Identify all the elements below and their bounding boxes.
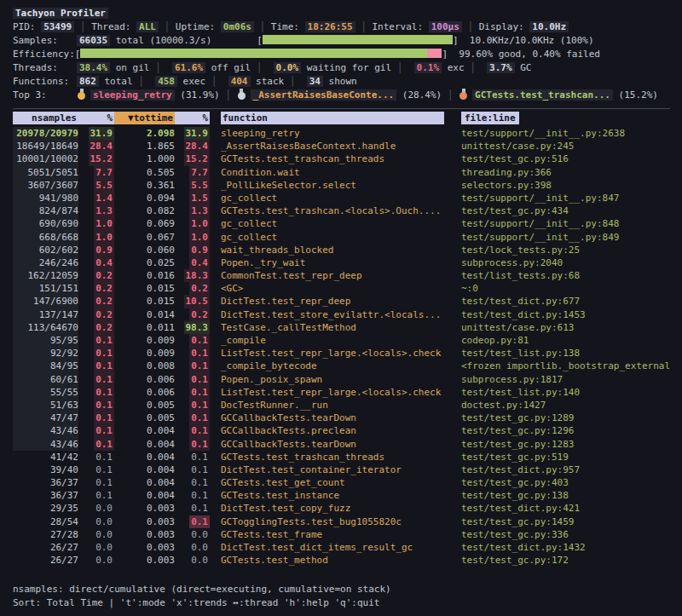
table-row[interactable]: 36/370.10.0040.1GCTests.test_instancetes… [13,489,670,502]
col-header-pct2[interactable]: % [175,112,210,125]
samples-line: Samples:66035 total (10000.3/s) [] 10.0K… [13,34,670,48]
thread-stat-value: 0.1% [414,62,442,73]
table-row[interactable]: 690/6901.00.0691.0gc_collecttest/support… [13,217,670,230]
cell-nsamples: 137/147 [13,308,78,321]
pct-value: 0.1 [189,515,210,528]
table-row[interactable]: 51/630.10.0050.1DocTestRunner.__rundocte… [13,399,670,412]
cell-fileline: test/test_dict.py:677 [459,295,670,308]
cell-pct-cumulative: 0.1 [175,489,210,502]
cell-fileline: test/test_dict.py:1432 [459,541,670,554]
cell-nsamples: 26/27 [13,554,78,567]
col-header-label-sorted: ▼tottime [114,112,175,124]
pct-value: 0.1 [94,347,114,360]
gold-medal-icon [77,89,86,100]
cell-fileline: test/test_gc.py:519 [459,451,670,463]
table-row[interactable]: 246/2460.40.0250.4Popen._try_waitsubproc… [13,256,670,269]
cell-tottime: 0.361 [114,179,175,192]
pct-value: 0.0 [94,541,114,554]
cell-pct-cumulative: 28.4 [175,140,210,153]
table-row[interactable]: 55/550.10.0060.1ListTest.test_repr_large… [13,386,670,399]
table-row[interactable]: 26/270.00.0030.0GCTests.test_methodtest/… [13,554,670,567]
cell-nsamples: 28/54 [13,515,78,528]
table-row[interactable]: 43/460.10.0040.1GCCallbackTests.preclean… [13,424,670,437]
table-row[interactable]: 43/460.10.0040.1GCCallbackTests.tearDown… [13,438,670,451]
col-header-nsamples[interactable]: nsamples [13,112,78,125]
table-row[interactable]: 824/8741.30.0821.3GCTests.test_trashcan.… [13,204,670,217]
thread-stat-value: 3.7% [487,62,515,73]
table-row[interactable]: 162/120590.20.01618.3CommonTest.test_rep… [13,269,670,282]
pct-value: 0.9 [189,244,210,256]
table-row[interactable]: 41/420.10.0040.1GCTests.test_trashcan_th… [13,451,670,463]
table-row[interactable]: 92/920.10.0090.1ListTest.test_repr_large… [13,347,670,360]
table-row[interactable]: 36/370.10.0040.1GCTests.test_get_countte… [13,476,670,489]
pct-value: 0.0 [189,541,210,554]
top3-function-name[interactable]: sleeping_retry [90,89,175,101]
cell-nsamples: 26/27 [13,541,78,554]
cell-fileline: test/test_dict.py:421 [459,502,670,515]
table-row[interactable]: 668/6681.00.0671.0gc_collecttest/support… [13,231,670,244]
table-row[interactable]: 941/9801.40.0941.5gc_collecttest/support… [13,192,670,204]
efficiency-label: Efficiency: [13,49,75,60]
cell-tottime: 0.009 [114,347,175,360]
col-header-fileline[interactable]: file:line [459,112,670,125]
cell-pct-cumulative: 0.1 [175,502,210,515]
cell-fileline: test/test_list.py:138 [459,347,670,360]
cell-pct-direct: 0.0 [78,541,114,554]
top3-function-pct: (15.2%) [613,89,658,101]
function-stat-value: 862 [77,76,99,87]
cell-tottime: 0.094 [114,192,175,204]
table-row[interactable]: 84/950.10.0080.1_compile_bytecode<frozen… [13,360,670,372]
table-row[interactable]: 147/69000.20.01510.5DictTest.test_repr_d… [13,295,670,308]
cell-fileline: unittest/case.py:245 [459,140,670,153]
separator: │ [355,21,373,32]
table-row[interactable]: 18649/1864928.41.86528.4_AssertRaisesBas… [13,140,670,153]
spacer [459,35,470,46]
cell-nsamples: 18649/18649 [13,140,78,153]
table-row[interactable]: 27/280.00.0030.0GCTests.test_frametest/t… [13,528,670,541]
table-row[interactable]: 113/646700.20.01198.3TestCase._callTestM… [13,321,670,334]
cell-tottime: 0.060 [114,244,175,256]
cell-fileline: test/test_gc.py:336 [459,528,670,541]
pct-value: 0.1 [94,438,114,451]
cell-pct-direct: 0.0 [78,554,114,567]
cell-function: Condition.wait [210,166,459,179]
table-row[interactable]: 47/470.10.0050.1GCCallbackTests.tearDown… [13,412,670,424]
top3-function-name[interactable]: GCTests.test_trashcan... [472,89,613,101]
efficiency-summary: 99.60% good, 0.40% failed [459,49,600,60]
pct-value: 1.4 [94,192,114,204]
table-row[interactable]: 95/950.10.0090.1_compilecodeop.py:81 [13,334,670,347]
table-row[interactable]: 39/400.10.0040.1DictTest.test_container_… [13,463,670,476]
table-row[interactable]: 602/6020.90.0600.9wait_threads_blockedte… [13,244,670,256]
table-row[interactable]: 10001/1000215.21.00015.2GCTests.test_tra… [13,153,670,165]
cell-function: _AssertRaisesBaseContext.handle [210,140,459,153]
cell-pct-direct: 0.1 [78,489,114,502]
table-row[interactable]: 20978/2097931.92.09831.9sleeping_retryte… [13,127,670,140]
table-row[interactable]: 137/1470.20.0140.2DictTest.test_store_ev… [13,308,670,321]
table-row[interactable]: 5051/50517.70.5057.7Condition.waitthread… [13,166,670,179]
cell-tottime: 0.082 [114,204,175,217]
app-title: Tachyon Profiler [13,8,108,19]
top3-function-name[interactable]: _AssertRaisesBaseConte... [251,89,397,101]
table-row[interactable]: 26/270.00.0030.0DictTest.test_dict_items… [13,541,670,554]
table-row[interactable]: 28/540.00.0030.1GCTogglingTests.test_bug… [13,515,670,528]
cell-tottime: 0.005 [114,412,175,424]
cell-pct-direct: 0.1 [78,424,114,437]
col-header-function[interactable]: function [210,112,459,125]
col-header-tottime[interactable]: ▼tottime [114,112,175,125]
cell-nsamples: 55/55 [13,386,78,399]
threads-segments: 38.4% on gil │ 61.6% off gil │ 0.0% wait… [77,62,531,73]
cell-pct-cumulative: 0.0 [175,528,210,541]
col-header-pct1[interactable]: % [78,112,114,125]
cell-nsamples: 36/37 [13,476,78,489]
pct-value: 0.9 [94,244,114,256]
cell-function: GCCallbackTests.tearDown [210,412,459,424]
cell-function: wait_threads_blocked [210,244,459,256]
pct-value: 0.1 [189,489,210,502]
table-row[interactable]: 151/1510.20.0150.2<GC>~:0 [13,282,670,295]
pct-value: 0.1 [94,489,114,502]
pct-value: 0.1 [94,334,114,347]
table-row[interactable]: 3607/36075.50.3615.5_PollLikeSelector.se… [13,179,670,192]
thread-value[interactable]: ALL [136,21,159,32]
table-row[interactable]: 29/350.00.0030.1DictTest.test_copy_fuzzt… [13,502,670,515]
table-row[interactable]: 60/610.10.0060.1Popen._posix_spawnsubpro… [13,373,670,386]
